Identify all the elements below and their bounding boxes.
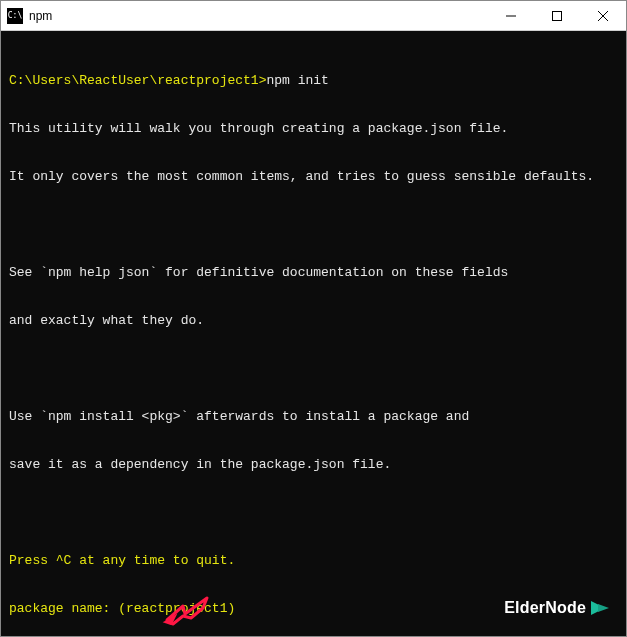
close-button[interactable] [580,1,626,31]
output-line: It only covers the most common items, an… [9,169,618,185]
blank-line [9,361,618,377]
terminal-output[interactable]: C:\Users\ReactUser\reactproject1>npm ini… [1,31,626,636]
blank-line [9,505,618,521]
output-line: and exactly what they do. [9,313,618,329]
cmd-icon: C:\ [7,8,23,24]
window-title: npm [29,9,52,23]
command-text: npm init [266,73,328,88]
svg-rect-1 [553,11,562,20]
minimize-button[interactable] [488,1,534,31]
output-line: Press ^C at any time to quit. [9,553,618,569]
prompt-path: C:\Users\ReactUser\reactproject1> [9,73,266,88]
prompt-package-name: package name: (reactproject1) [9,601,618,617]
command-prompt-window: C:\ npm C:\Users\ReactUser\reactproject1… [0,0,627,637]
output-line: save it as a dependency in the package.j… [9,457,618,473]
output-line: See `npm help json` for definitive docum… [9,265,618,281]
maximize-button[interactable] [534,1,580,31]
blank-line [9,217,618,233]
prompt-line: C:\Users\ReactUser\reactproject1>npm ini… [9,73,618,89]
output-line: This utility will walk you through creat… [9,121,618,137]
output-line: Use `npm install <pkg>` afterwards to in… [9,409,618,425]
titlebar[interactable]: C:\ npm [1,1,626,31]
